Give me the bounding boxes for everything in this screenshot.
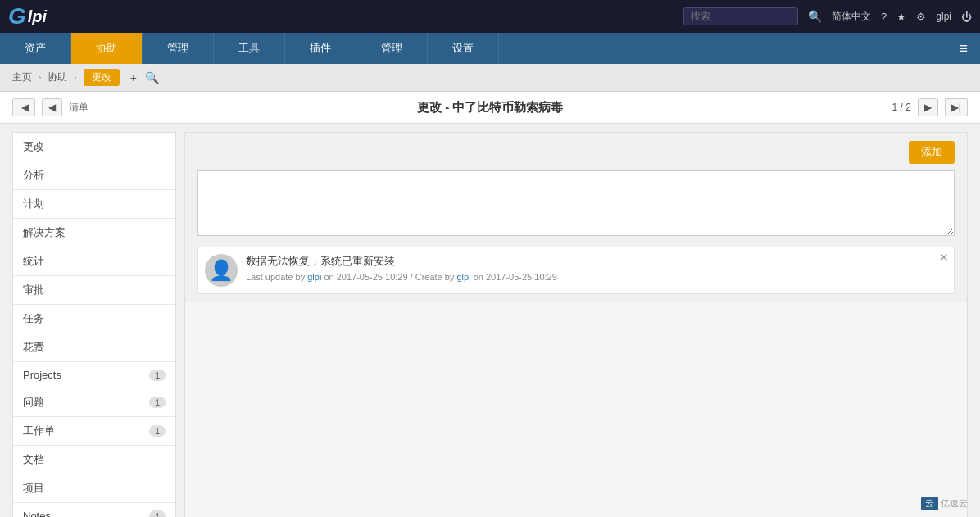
logo: G lpi [8, 3, 47, 29]
breadcrumb: 主页 › 协助 › 更改 + 🔍 [0, 64, 980, 92]
username[interactable]: glpi [936, 11, 951, 22]
sidebar-item-notes[interactable]: Notes 1 [13, 503, 175, 517]
sidebar-badge-problems: 1 [149, 397, 166, 408]
gear-icon[interactable]: ⚙ [916, 11, 926, 23]
sidebar-item-approval[interactable]: 审批 [13, 276, 175, 305]
nav-item-assets[interactable]: 资产 [0, 33, 71, 64]
sidebar-item-tickets[interactable]: 工作单 1 [13, 417, 175, 446]
nav-item-manage2[interactable]: 管理 [356, 33, 428, 64]
page-title: 更改 - 中了比特币勒索病毒 [417, 100, 563, 116]
sidebar: 更改 分析 计划 解决方案 统计 审批 任务 花费 Projects 1 问题 … [12, 132, 176, 517]
breadcrumb-sep2: › [74, 73, 76, 82]
breadcrumb-search-icon[interactable]: 🔍 [145, 71, 159, 84]
breadcrumb-add-icon[interactable]: + [130, 71, 137, 84]
note-content: 数据无法恢复，系统已重新安装 Last update by glpi on 20… [246, 254, 947, 282]
nav-item-manage1[interactable]: 管理 [143, 33, 214, 64]
sidebar-item-tasks[interactable]: 任务 [13, 305, 175, 333]
next-page-button[interactable]: ▶ [918, 98, 938, 116]
first-page-button[interactable]: |◀ [12, 98, 35, 116]
note-entry: 👤 数据无法恢复，系统已重新安装 Last update by glpi on … [197, 247, 955, 294]
breadcrumb-sep1: › [39, 73, 41, 82]
sidebar-badge-projects: 1 [149, 370, 166, 381]
nav-bar: 资产 协助 管理 工具 插件 管理 设置 ≡ [0, 33, 980, 64]
watermark: 云 亿速云 [921, 497, 968, 510]
language-selector[interactable]: 简体中文 [832, 10, 871, 24]
prev-page-button[interactable]: ◀ [42, 98, 62, 116]
note-meta: Last update by glpi on 2017-05-25 10:29 … [246, 272, 947, 282]
sidebar-item-problems[interactable]: 问题 1 [13, 388, 175, 417]
sidebar-item-analysis[interactable]: 分析 [13, 161, 175, 190]
breadcrumb-home[interactable]: 主页 [12, 70, 32, 84]
add-note-button[interactable]: 添加 [909, 141, 955, 164]
list-label: 清单 [69, 101, 88, 115]
sidebar-item-stats[interactable]: 统计 [13, 247, 175, 276]
breadcrumb-actions: + 🔍 [130, 71, 159, 84]
nav-item-tools[interactable]: 工具 [214, 33, 285, 64]
notes-textarea[interactable] [197, 170, 955, 236]
header: G lpi 🔍 简体中文 ? ★ ⚙ glpi ⏻ [0, 0, 980, 33]
breadcrumb-assist[interactable]: 协助 [48, 70, 67, 84]
sidebar-item-docs[interactable]: 文档 [13, 446, 175, 474]
watermark-logo: 云 [921, 497, 938, 510]
star-icon[interactable]: ★ [896, 11, 906, 23]
sidebar-item-expenses[interactable]: 花费 [13, 333, 175, 362]
note-meta-on1: on 2017-05-25 10:29 / Create by [321, 272, 456, 282]
notes-section: 添加 👤 数据无法恢复，系统已重新安装 Last update by glpi … [185, 133, 967, 302]
notes-header: 添加 [197, 141, 955, 164]
sidebar-item-plan[interactable]: 计划 [13, 190, 175, 219]
last-page-button[interactable]: ▶| [945, 98, 968, 116]
help-icon[interactable]: ? [881, 11, 887, 23]
nav-row-left: |◀ ◀ 清单 [12, 98, 88, 116]
nav-item-settings[interactable]: 设置 [428, 33, 499, 64]
nav-item-plugins[interactable]: 插件 [285, 33, 356, 64]
breadcrumb-change[interactable]: 更改 [84, 69, 120, 86]
power-icon[interactable]: ⏻ [961, 11, 972, 23]
avatar-icon: 👤 [209, 259, 234, 282]
logo-lpi: lpi [28, 7, 47, 26]
sidebar-badge-notes: 1 [149, 510, 166, 518]
hamburger-menu[interactable]: ≡ [946, 33, 980, 64]
search-input[interactable] [683, 7, 798, 25]
note-meta-on2: on 2017-05-25 10:29 [471, 272, 557, 282]
watermark-text: 亿速云 [941, 497, 968, 510]
note-user2[interactable]: glpi [456, 272, 470, 282]
sidebar-badge-tickets: 1 [149, 425, 166, 437]
pagination: 1 / 2 [892, 102, 911, 113]
sidebar-item-solution[interactable]: 解决方案 [13, 219, 175, 247]
main-layout: 更改 分析 计划 解决方案 统计 审批 任务 花费 Projects 1 问题 … [0, 124, 980, 517]
avatar: 👤 [205, 254, 238, 287]
note-user1[interactable]: glpi [307, 272, 321, 282]
note-meta-prefix: Last update by [246, 272, 307, 282]
note-text: 数据无法恢复，系统已重新安装 [246, 254, 947, 269]
sidebar-item-project[interactable]: 项目 [13, 474, 175, 503]
nav-item-assist[interactable]: 协助 [71, 33, 143, 64]
sidebar-item-projects[interactable]: Projects 1 [13, 362, 175, 388]
search-icon[interactable]: 🔍 [808, 10, 822, 23]
logo-g: G [8, 3, 26, 29]
sidebar-item-change[interactable]: 更改 [13, 133, 175, 161]
main-area: 添加 👤 数据无法恢复，系统已重新安装 Last update by glpi … [184, 132, 968, 517]
nav-row-right: 1 / 2 ▶ ▶| [892, 98, 968, 116]
nav-row: |◀ ◀ 清单 更改 - 中了比特币勒索病毒 1 / 2 ▶ ▶| [0, 92, 980, 124]
note-close-icon[interactable]: ✕ [939, 251, 949, 264]
header-right: 🔍 简体中文 ? ★ ⚙ glpi ⏻ [683, 7, 972, 25]
